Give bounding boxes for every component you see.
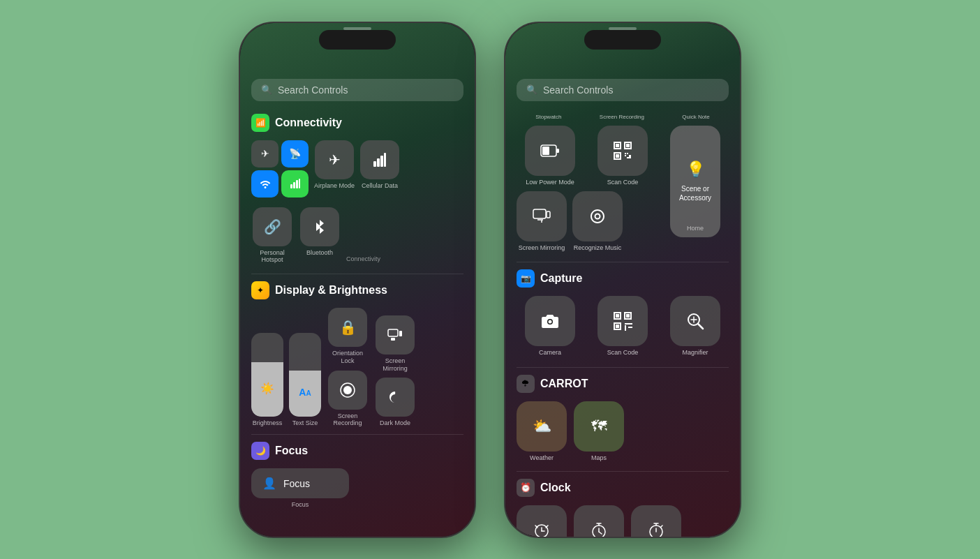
airdrop-btn[interactable]: 📡 xyxy=(281,140,309,167)
screen-mirroring-r-btn[interactable] xyxy=(517,191,567,241)
focus-label: Focus xyxy=(292,501,309,509)
connectivity-section-header: 📶 Connectivity xyxy=(251,114,463,132)
svg-rect-11 xyxy=(391,338,395,341)
capture-grid: Camera xyxy=(517,296,729,357)
dark-mode-btn[interactable] xyxy=(376,378,415,417)
focus-btn[interactable]: 👤 Focus xyxy=(251,468,349,498)
scene-accessory-item: 💡 Scene or Accessory Home xyxy=(662,126,729,237)
airplane-large-btn[interactable]: ✈ xyxy=(315,140,354,179)
cellular-more-btn[interactable] xyxy=(281,170,309,197)
orientation-lock-item: 🔒 Orientation Lock xyxy=(327,308,369,365)
display-controls-col: 🔒 Orientation Lock Screen Recording xyxy=(327,308,369,427)
dark-mode-item: Dark Mode xyxy=(374,378,416,427)
stopwatch-top-label: Stopwatch xyxy=(535,114,561,120)
search-bar-left[interactable]: 🔍 Search Controls xyxy=(251,79,463,101)
svg-rect-39 xyxy=(628,327,632,328)
svg-rect-34 xyxy=(616,314,619,318)
svg-rect-1 xyxy=(293,182,295,188)
stopwatch-btn[interactable] xyxy=(631,505,681,537)
notch-right xyxy=(584,30,661,50)
airplane-mode-item: ✈ Airplane Mode xyxy=(314,140,355,197)
text-size-slider[interactable]: AA xyxy=(289,333,321,417)
orientation-lock-btn[interactable]: 🔒 xyxy=(328,308,367,347)
svg-rect-25 xyxy=(629,155,631,157)
focus-user-icon: 👤 xyxy=(262,477,276,490)
low-power-btn[interactable] xyxy=(525,126,575,176)
recognize-music-item: Recognize Music xyxy=(572,191,623,253)
brightness-icon: ☀️ xyxy=(260,382,274,395)
camera-btn[interactable] xyxy=(525,296,575,346)
maps-btn[interactable]: 🗺 xyxy=(574,401,624,452)
svg-rect-35 xyxy=(626,314,630,318)
svg-rect-20 xyxy=(626,144,630,147)
svg-rect-28 xyxy=(547,211,550,218)
cellular-large-btn[interactable] xyxy=(360,140,399,179)
brightness-slider-item: ☀️ Brightness xyxy=(251,333,283,427)
svg-rect-10 xyxy=(388,329,398,336)
scan-code-btn[interactable] xyxy=(597,126,648,176)
search-bar-right[interactable]: 🔍 Search Controls xyxy=(517,79,729,101)
carrot-grid: ⛅ Weather 🗺 Maps xyxy=(517,401,729,463)
orientation-lock-label: Orientation Lock xyxy=(327,350,369,365)
brightness-slider[interactable]: ☀️ xyxy=(251,333,283,417)
text-size-slider-item: AA Text Size xyxy=(289,333,321,427)
magnifier-btn[interactable] xyxy=(670,296,720,346)
scene-accessory-btn[interactable]: 💡 Scene or Accessory Home xyxy=(670,126,720,237)
screen-recording-btn[interactable] xyxy=(328,371,367,410)
carrot-icon: 🌩 xyxy=(517,375,535,393)
search-input-left[interactable]: Search Controls xyxy=(278,84,348,96)
screen-recording-item: Screen Recording xyxy=(327,371,369,428)
bulb-icon: 💡 xyxy=(686,161,705,179)
cellular-label: Cellular Data xyxy=(362,182,398,190)
recognize-music-btn[interactable] xyxy=(572,191,623,241)
search-input-right[interactable]: Search Controls xyxy=(543,84,613,96)
hotspot-btn[interactable]: 🔗 xyxy=(253,207,292,246)
screen-mirroring-label: Screen Mirroring xyxy=(374,357,416,373)
connectivity-title: Connectivity xyxy=(275,117,342,129)
screen-mirroring-btn[interactable] xyxy=(376,315,415,355)
bluetooth-item: Bluetooth xyxy=(300,207,339,264)
display-title: Display & Brightness xyxy=(275,284,387,297)
alarm-btn[interactable] xyxy=(517,505,567,537)
timer-btn[interactable] xyxy=(574,505,624,537)
clock-section-header: ⏰ Clock xyxy=(517,479,729,497)
capture-title: Capture xyxy=(540,272,582,285)
wifi-btn[interactable] xyxy=(251,170,279,197)
timer-item: Timer xyxy=(574,505,624,537)
svg-rect-3 xyxy=(299,179,300,188)
clock-section-icon: ⏰ xyxy=(517,479,535,497)
screen-mirroring-r-label: Screen Mirroring xyxy=(519,244,565,253)
carrot-section-header: 🌩 CARROT xyxy=(517,375,729,393)
divider-r2 xyxy=(517,367,729,368)
magnifier-item: Magnifier xyxy=(662,296,729,357)
svg-rect-14 xyxy=(556,149,559,153)
svg-point-9 xyxy=(343,386,352,394)
scan-code-capture-btn[interactable] xyxy=(597,296,648,346)
svg-rect-15 xyxy=(542,147,549,155)
clock-title: Clock xyxy=(540,482,571,494)
bluetooth-btn[interactable] xyxy=(300,207,339,246)
maps-label: Maps xyxy=(591,454,607,463)
focus-title: Focus xyxy=(275,445,308,457)
svg-rect-12 xyxy=(399,331,402,336)
weather-label: Weather xyxy=(530,454,554,463)
weather-btn[interactable]: ⛅ xyxy=(517,401,567,452)
focus-btn-label: Focus xyxy=(283,478,310,489)
cellular-data-item: Cellular Data xyxy=(360,140,399,197)
partial-top-row: Stopwatch Screen Recording Quick Note xyxy=(517,114,729,120)
airplane-label: Airplane Mode xyxy=(314,182,355,190)
home-label: Home xyxy=(687,225,704,232)
scene-accessory-text: Scene or Accessory xyxy=(677,184,713,202)
hotspot-bt-row: 🔗 Personal Hotspot Bluetooth Connectivit… xyxy=(251,207,463,264)
svg-rect-36 xyxy=(616,325,619,328)
clock-grid: Alarm Timer xyxy=(517,505,729,537)
capture-icon: 📷 xyxy=(517,269,535,288)
camera-item: Camera xyxy=(517,296,584,357)
divider-r1 xyxy=(517,262,729,262)
divider-1 xyxy=(251,274,463,274)
svg-rect-6 xyxy=(380,156,383,167)
display-icon: ✦ xyxy=(251,281,269,299)
airplane-mode-btn[interactable]: ✈ xyxy=(251,140,279,167)
svg-rect-19 xyxy=(616,144,619,147)
bluetooth-label: Bluetooth xyxy=(306,249,333,257)
